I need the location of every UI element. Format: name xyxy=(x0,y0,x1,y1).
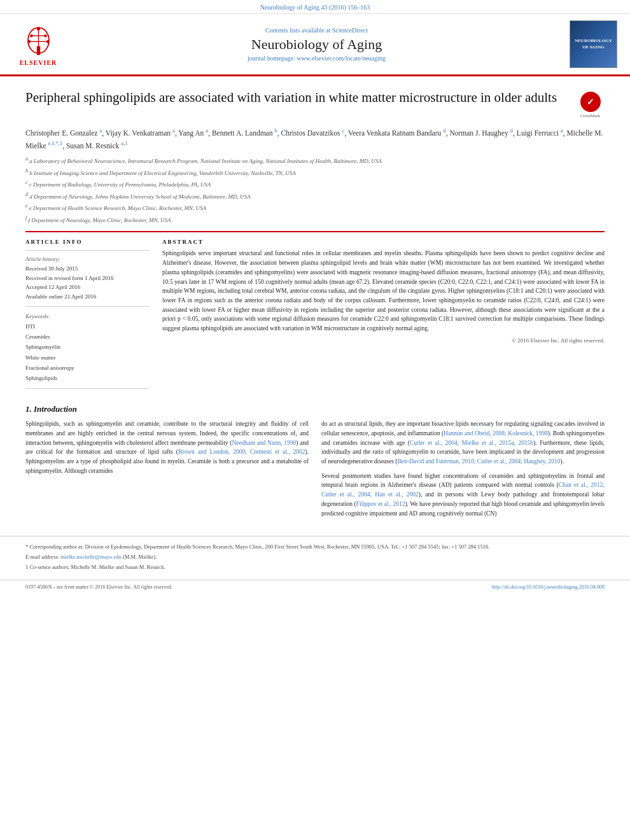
affiliation-b: b b Institute of Imaging Science and Dep… xyxy=(25,167,605,178)
crossmark: ✓ CrossMark xyxy=(576,92,605,118)
issn-text: 0197-4580/$ – see front matter © 2016 El… xyxy=(25,584,172,590)
intro-col-left: Sphingolipids, such as sphingomyelin and… xyxy=(25,419,309,523)
intro-col-right: do act as structural lipids, they are im… xyxy=(321,419,605,523)
page: Neurobiology of Aging 43 (2016) 156–163 … xyxy=(0,0,630,840)
footnotes: * Corresponding author at: Division of E… xyxy=(0,536,630,579)
svg-point-7 xyxy=(44,34,47,37)
article-history-label: Article history: xyxy=(25,256,150,262)
keywords-label: Keywords: xyxy=(25,313,150,319)
crossmark-icon: ✓ xyxy=(580,92,601,112)
doi-link[interactable]: http://dx.doi.org/10.1016/j.neurobiolagi… xyxy=(492,584,605,590)
article-dates: Received 30 July 2015 Received in revise… xyxy=(25,264,150,301)
affiliation-c: c c Department of Radiology, University … xyxy=(25,179,605,190)
article-body: Peripheral sphingolipids are associated … xyxy=(0,76,630,536)
received-date: Received 30 July 2015 xyxy=(25,264,150,273)
copyright: © 2016 Elsevier Inc. All rights reserved… xyxy=(162,337,605,344)
abstract-text: Sphingolipids serve important structural… xyxy=(162,249,605,333)
introduction-section: 1. Introduction Sphingolipids, such as s… xyxy=(25,404,605,523)
affiliation-a: a a Laboratory of Behavioral Neuroscienc… xyxy=(25,155,605,166)
keyword-ceramides: Ceramides xyxy=(25,332,150,342)
corresponding-footnote: * Corresponding author at: Division of E… xyxy=(25,543,605,551)
journal-homepage: journal homepage: www.elsevier.com/locat… xyxy=(64,55,570,62)
revised-date: Received in revised form 1 April 2016 xyxy=(25,274,150,283)
info-divider-mid xyxy=(25,306,150,307)
abstract-heading: ABSTRACT xyxy=(162,239,605,245)
abstract-column: ABSTRACT Sphingolipids serve important s… xyxy=(162,239,605,394)
authors: Christopher E. Gonzalez a, Vijay K. Venk… xyxy=(25,126,605,151)
info-divider-top xyxy=(25,250,150,251)
journal-title: Neurobiology of Aging xyxy=(64,36,570,53)
article-title: Peripheral sphingolipids are associated … xyxy=(25,89,570,106)
keyword-fa: Fractional anisotropy xyxy=(25,363,150,373)
journal-cover-image: NEUROBIOLOGY OF AGING xyxy=(570,20,617,68)
introduction-columns: Sphingolipids, such as sphingomyelin and… xyxy=(25,419,605,523)
email-footnote: E-mail address: mielke.michelle@mayo.edu… xyxy=(25,553,605,561)
intro-paragraph-2: do act as structural lipids, they are im… xyxy=(321,419,605,518)
elsevier-logo: ELSEVIER xyxy=(13,23,64,66)
svg-point-5 xyxy=(36,27,40,31)
introduction-heading: 1. Introduction xyxy=(25,404,605,414)
affiliation-f: f f Department of Neurology, Mayo Clinic… xyxy=(25,214,605,225)
cosenior-footnote: 1 Co-senior authors; Michelle M. Mielke … xyxy=(25,563,605,571)
affiliations: a a Laboratory of Behavioral Neuroscienc… xyxy=(25,155,605,225)
article-info-heading: ARTICLE INFO xyxy=(25,239,150,245)
journal-header: ELSEVIER Contents lists available at Sci… xyxy=(0,14,630,76)
affiliation-e: e e Department of Health Science Researc… xyxy=(25,202,605,213)
info-abstract-section: ARTICLE INFO Article history: Received 3… xyxy=(25,239,605,394)
available-date: Available online 21 April 2016 xyxy=(25,292,150,301)
accepted-date: Accepted 12 April 2016 xyxy=(25,283,150,291)
svg-point-9 xyxy=(46,40,49,43)
red-divider xyxy=(25,231,605,232)
svg-point-8 xyxy=(27,40,31,43)
journal-center: Contents lists available at ScienceDirec… xyxy=(64,27,570,62)
article-title-section: Peripheral sphingolipids are associated … xyxy=(25,89,605,118)
keyword-sphingomyelin: Sphingomyelin xyxy=(25,342,150,352)
affiliation-d: d d Department of Neurology, Johns Hopki… xyxy=(25,191,605,202)
svg-point-6 xyxy=(30,34,33,37)
info-divider-bottom xyxy=(25,388,150,389)
keyword-list: DTI Ceramides Sphingomyelin White matter… xyxy=(25,321,150,383)
keyword-white-matter: White matter xyxy=(25,353,150,363)
journal-reference: Neurobiology of Aging 43 (2016) 156–163 xyxy=(0,0,630,14)
contents-line: Contents lists available at ScienceDirec… xyxy=(64,27,570,34)
intro-paragraph-1: Sphingolipids, such as sphingomyelin and… xyxy=(25,419,309,475)
keyword-dti: DTI xyxy=(25,321,150,332)
keywords-section: Keywords: DTI Ceramides Sphingomyelin Wh… xyxy=(25,313,150,383)
elsevier-tree-icon xyxy=(21,23,56,58)
article-info-column: ARTICLE INFO Article history: Received 3… xyxy=(25,239,150,394)
bottom-bar: 0197-4580/$ – see front matter © 2016 El… xyxy=(0,580,630,594)
keyword-sphingolipids: Sphingolipids xyxy=(25,373,150,383)
